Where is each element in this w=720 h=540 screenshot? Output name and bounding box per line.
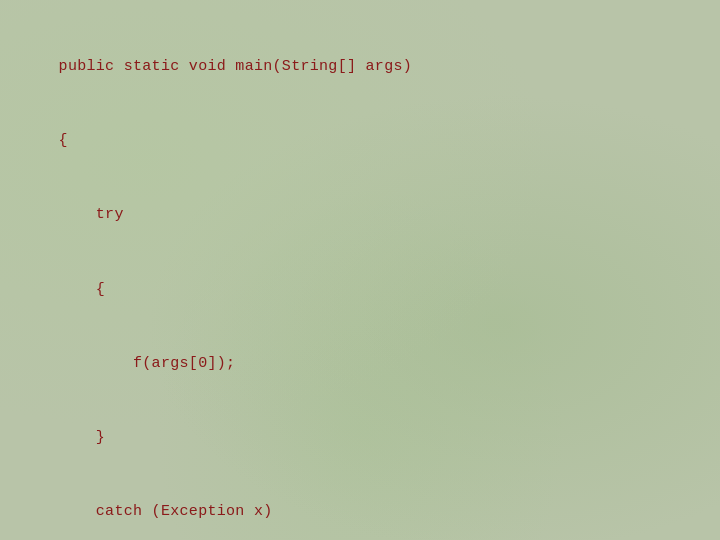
code-line-3: try bbox=[59, 206, 124, 223]
code-line-4: { bbox=[59, 281, 106, 298]
code-line-5: f(args[0]); bbox=[59, 355, 236, 372]
code-line-1: public static void main(String[] args) bbox=[59, 58, 412, 75]
code-display: public static void main(String[] args) {… bbox=[40, 30, 412, 540]
code-line-7: catch (Exception x) bbox=[59, 503, 273, 520]
code-line-2: { bbox=[59, 132, 68, 149]
code-line-6: } bbox=[59, 429, 106, 446]
